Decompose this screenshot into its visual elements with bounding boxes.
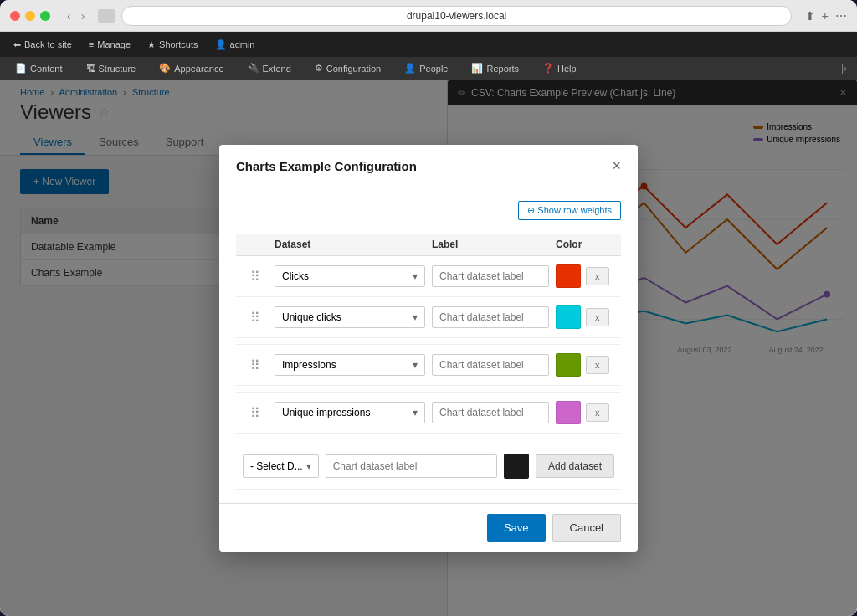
help-icon: ❓: [542, 63, 554, 74]
save-button[interactable]: Save: [487, 514, 546, 542]
modal-header: Charts Example Configuration ×: [219, 145, 638, 187]
add-dataset-button[interactable]: Add dataset: [536, 454, 614, 478]
dataset-label-3[interactable]: [432, 354, 549, 376]
new-dataset-label-input[interactable]: [326, 454, 497, 478]
color-delete-group-3: x: [556, 353, 614, 377]
menu-people[interactable]: 👤 People: [399, 61, 453, 75]
appearance-icon: 🎨: [159, 63, 171, 74]
menu-help[interactable]: ❓ Help: [537, 61, 582, 75]
chevron-down-icon: ▾: [413, 270, 418, 282]
show-weights-button[interactable]: ⊕ Show row weights: [518, 201, 621, 220]
modal-body: ⊕ Show row weights Dataset Label Color ⠿…: [219, 187, 638, 503]
dataset-select-4-value: Unique impressions: [282, 407, 370, 418]
config-icon: ⚙: [315, 63, 323, 74]
maximize-traffic-light[interactable]: [40, 11, 50, 21]
admin-menu: 📄 Content 🏗 Structure 🎨 Appearance 🔌 Ext…: [0, 57, 857, 80]
help-label: Help: [557, 64, 577, 74]
menu-appearance[interactable]: 🎨 Appearance: [154, 61, 228, 75]
add-dataset-row: - Select D... ▾ Add dataset: [236, 444, 621, 490]
drag-handle-3[interactable]: ⠿: [243, 357, 268, 373]
extend-icon: 🔌: [248, 63, 259, 74]
structure-label: Structure: [99, 64, 136, 74]
forward-button[interactable]: ›: [78, 8, 89, 24]
menu-structure[interactable]: 🏗 Structure: [81, 62, 141, 75]
window-icon: [98, 9, 115, 23]
chevron-down-icon-2: ▾: [413, 311, 418, 323]
delete-row-3-button[interactable]: x: [586, 356, 609, 374]
reports-icon: 📊: [471, 63, 483, 74]
modal-close-button[interactable]: ×: [612, 158, 621, 173]
minimize-traffic-light[interactable]: [25, 11, 35, 21]
new-color-swatch[interactable]: [504, 454, 529, 479]
traffic-lights: [10, 11, 50, 21]
col-dataset-header: Dataset: [275, 239, 425, 250]
menu-configuration[interactable]: ⚙ Configuration: [310, 61, 386, 75]
people-icon: 👤: [404, 63, 416, 74]
dataset-label-2[interactable]: [432, 306, 549, 328]
menu-extend[interactable]: 🔌 Extend: [243, 61, 296, 75]
dataset-row-3: ⠿ Impressions ▾ x: [236, 345, 621, 386]
row-spacer-2: [236, 386, 621, 393]
share-button[interactable]: ⬆: [805, 9, 815, 23]
drag-handle-4[interactable]: ⠿: [243, 405, 268, 421]
browser-actions: ⬆ + ⋯: [805, 9, 847, 23]
chevron-down-icon-3: ▾: [413, 359, 418, 371]
new-select-chevron-icon: ▾: [306, 460, 311, 472]
modal-title: Charts Example Configuration: [236, 159, 417, 173]
more-button[interactable]: ⋯: [835, 9, 847, 23]
color-delete-group-4: x: [556, 401, 614, 424]
cancel-button[interactable]: Cancel: [552, 514, 621, 542]
weights-btn-container: ⊕ Show row weights: [236, 201, 621, 227]
dataset-select-1[interactable]: Clicks ▾: [275, 265, 425, 287]
modal-overlay[interactable]: Charts Example Configuration × ⊕ Show ro…: [0, 80, 857, 616]
shortcuts-item[interactable]: ★ Shortcuts: [141, 38, 204, 52]
delete-row-2-button[interactable]: x: [586, 308, 609, 326]
manage-label: Manage: [97, 39, 131, 49]
dataset-select-2[interactable]: Unique clicks ▾: [275, 306, 425, 328]
color-swatch-1[interactable]: [556, 264, 581, 288]
dataset-row-2: ⠿ Unique clicks ▾ x: [236, 297, 621, 338]
chevron-down-icon-4: ▾: [413, 407, 418, 418]
color-delete-group-1: x: [556, 264, 614, 288]
browser-nav: ‹ ›: [64, 8, 88, 24]
dataset-label-4[interactable]: [432, 402, 549, 424]
content-label: Content: [30, 64, 63, 74]
modal-footer: Save Cancel: [219, 503, 638, 552]
config-table-header: Dataset Label Color: [236, 234, 621, 256]
menu-content[interactable]: 📄 Content: [10, 61, 68, 75]
address-bar[interactable]: drupal10-viewers.local: [121, 6, 791, 26]
close-traffic-light[interactable]: [10, 11, 20, 21]
dataset-row-4: ⠿ Unique impressions ▾ x: [236, 393, 621, 434]
dataset-select-4[interactable]: Unique impressions ▾: [275, 402, 425, 424]
admin-icon: 👤: [215, 39, 227, 50]
delete-row-4-button[interactable]: x: [586, 403, 609, 422]
manage-icon: ≡: [89, 39, 94, 49]
color-swatch-2[interactable]: [556, 305, 581, 329]
back-to-site[interactable]: ⬅ Back to site: [7, 38, 79, 52]
dataset-label-1[interactable]: [432, 265, 549, 287]
content-icon: 📄: [15, 63, 27, 74]
dataset-row-1: ⠿ Clicks ▾ x: [236, 256, 621, 297]
admin-item[interactable]: 👤 admin: [208, 38, 262, 52]
page-content: Home › Administration › Structure Viewer…: [0, 80, 857, 616]
dataset-select-3[interactable]: Impressions ▾: [275, 354, 425, 376]
back-site-icon: ⬅: [13, 39, 21, 50]
delete-row-1-button[interactable]: x: [586, 267, 609, 285]
menu-expand[interactable]: |›: [841, 63, 847, 74]
new-dataset-select[interactable]: - Select D... ▾: [243, 454, 319, 478]
drag-handle-1[interactable]: ⠿: [243, 269, 268, 285]
star-icon: ★: [147, 39, 156, 50]
back-button[interactable]: ‹: [64, 8, 74, 24]
reports-label: Reports: [486, 64, 519, 74]
color-swatch-4[interactable]: [556, 401, 581, 424]
new-dataset-select-label: - Select D...: [250, 460, 303, 472]
color-swatch-3[interactable]: [556, 353, 581, 377]
col-drag: [243, 239, 268, 250]
manage-item[interactable]: ≡ Manage: [82, 38, 137, 51]
dataset-select-2-value: Unique clicks: [282, 311, 341, 323]
extend-label: Extend: [263, 64, 291, 74]
new-tab-button[interactable]: +: [822, 9, 829, 23]
col-label-header: Label: [432, 239, 549, 250]
drag-handle-2[interactable]: ⠿: [243, 310, 268, 326]
menu-reports[interactable]: 📊 Reports: [466, 61, 524, 75]
